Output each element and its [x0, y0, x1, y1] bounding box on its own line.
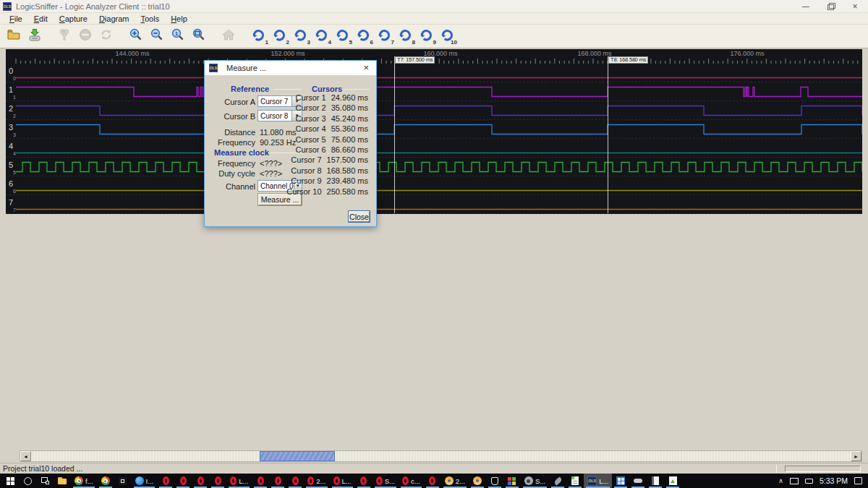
goto-cursor-5-button[interactable]: 5 — [333, 27, 352, 46]
settings-gear-icon — [524, 476, 533, 485]
taskbar-item-opera-18[interactable] — [355, 474, 373, 488]
channel-lanes[interactable]: 0011223344556677 — [6, 64, 862, 214]
channel-label[interactable]: 7 — [9, 198, 13, 207]
taskbar-item-task-view-2[interactable] — [36, 474, 54, 488]
taskbar-item-opera-9[interactable] — [174, 474, 192, 488]
taskbar-item-chrome-4[interactable]: f... — [71, 474, 97, 488]
scrollbar-track[interactable] — [31, 451, 851, 461]
taskbar-item-opera-13[interactable] — [252, 474, 269, 488]
channel-label[interactable]: 5 — [9, 160, 13, 169]
scroll-left-icon[interactable]: ◄ — [20, 451, 31, 461]
taskbar-item-windows-start-0[interactable] — [1, 474, 19, 488]
taskbar-item-opera-19[interactable]: S... — [373, 474, 399, 488]
taskbar-item-feather-27[interactable] — [549, 474, 566, 488]
taskbar-item-notepad-28[interactable] — [566, 474, 584, 488]
horizontal-scrollbar[interactable]: ◄ ► — [20, 450, 862, 462]
goto-cursor-1-button[interactable]: 1 — [249, 27, 268, 46]
taskbar-item-store-6[interactable] — [114, 474, 132, 488]
cursor-row: Cursor 455.360 ms — [295, 124, 368, 133]
taskbar-item-blue-grid-30[interactable] — [612, 474, 629, 488]
store-icon — [119, 477, 127, 485]
cursor-flag[interactable]: T7: 157.500 ms — [395, 56, 435, 64]
taskbar-item-settings-gear-26[interactable]: S... — [521, 474, 549, 488]
taskbar-item-opera-21[interactable] — [424, 474, 441, 488]
system-tray: ∧5:33 PM — [773, 474, 868, 488]
taskbar-item-cortana-circle-1[interactable] — [19, 474, 36, 488]
taskbar-item-green-upload-33[interactable] — [664, 474, 681, 488]
channel-label[interactable]: 2 — [9, 104, 13, 113]
minimize-icon[interactable] — [801, 3, 810, 10]
cursor-flag[interactable]: T8: 168.580 ms — [608, 56, 648, 64]
taskbar-item-label: f... — [85, 477, 93, 485]
menu-file[interactable]: File — [4, 14, 27, 24]
windows-taskbar: f...I...L...2...L...S...c...2...S...OLSL… — [0, 474, 868, 488]
goto-cursor-icon — [398, 27, 412, 45]
menu-capture[interactable]: Capture — [54, 14, 93, 24]
open-project-button[interactable] — [4, 27, 23, 46]
taskbar-item-pill-31[interactable] — [629, 474, 647, 488]
capture-button[interactable] — [25, 27, 44, 46]
taskbar-item-epic-outline-24[interactable] — [486, 474, 503, 488]
taskbar-item-label: I... — [146, 477, 154, 485]
zoom-out-button[interactable] — [148, 27, 166, 46]
opera-icon — [258, 476, 264, 485]
taskbar-item-opera-8[interactable] — [157, 474, 174, 488]
menu-tools[interactable]: Tools — [135, 14, 164, 24]
tray-chevron-icon[interactable]: ∧ — [778, 477, 783, 484]
taskbar-clock[interactable]: 5:33 PM — [820, 476, 848, 485]
cursor-marker-line[interactable] — [608, 56, 608, 213]
goto-cursor-3-button[interactable]: 3 — [291, 27, 310, 46]
taskbar-item-photos-grid-25[interactable] — [503, 474, 521, 488]
channel-label[interactable]: 3 — [9, 123, 13, 132]
waveform-viewport[interactable]: 144.000 ms152.000 ms160.000 ms168.000 ms… — [6, 49, 862, 450]
goto-cursor-icon — [377, 27, 391, 45]
taskbar-item-opera-12[interactable]: L... — [226, 474, 252, 488]
channel-label[interactable]: 0 — [9, 67, 13, 75]
cursor-marker-line[interactable] — [394, 56, 395, 213]
taskbar-item-opera-15[interactable] — [286, 474, 304, 488]
channel-label[interactable]: 6 — [9, 179, 13, 188]
goto-cursor-7-button[interactable]: 7 — [375, 27, 393, 46]
taskbar-item-chrome-5[interactable] — [97, 474, 114, 488]
opera-icon — [429, 476, 435, 485]
menu-edit[interactable]: Edit — [29, 14, 53, 24]
scroll-right-icon[interactable]: ► — [851, 451, 861, 461]
menu-diagram[interactable]: Diagram — [94, 14, 135, 24]
tray-pen-display-icon[interactable] — [790, 478, 799, 484]
goto-cursor-4-button[interactable]: 4 — [312, 27, 331, 46]
zoom-in-button[interactable] — [127, 27, 145, 46]
goto-cursor-6-button[interactable]: 6 — [354, 27, 373, 46]
zoom-fit-button[interactable] — [190, 27, 208, 46]
close-button[interactable]: Close — [349, 211, 370, 222]
goto-cursor-10-button[interactable]: 10 — [438, 27, 456, 46]
restore-icon[interactable] — [826, 3, 835, 10]
measure-dialog-titlebar[interactable]: OLS Measure ... × — [205, 61, 376, 75]
dialog-close-icon[interactable]: × — [360, 61, 372, 75]
scrollbar-thumb[interactable] — [260, 451, 335, 461]
goto-cursor-2-button[interactable]: 2 — [270, 27, 289, 46]
taskbar-item-ols-app-29[interactable]: OLSL... — [584, 474, 612, 488]
close-window-icon[interactable]: × — [851, 3, 859, 10]
notification-icon[interactable] — [854, 477, 862, 484]
taskbar-item-opera-10[interactable] — [192, 474, 209, 488]
folder-open-icon — [7, 27, 21, 45]
channel-label[interactable]: 4 — [9, 142, 13, 150]
taskbar-item-notebook-32[interactable] — [647, 474, 664, 488]
goto-cursor-8-button[interactable]: 8 — [396, 27, 414, 46]
tray-power-icon[interactable] — [805, 478, 813, 484]
taskbar-item-file-explorer-3[interactable] — [54, 474, 71, 488]
cursor-number-label: 7 — [391, 39, 394, 46]
taskbar-item-opera-16[interactable]: 2... — [304, 474, 329, 488]
channel-label[interactable]: 1 — [9, 85, 13, 94]
taskbar-item-opera-17[interactable]: L... — [330, 474, 355, 488]
zoom-original-button[interactable]: 1 — [169, 27, 187, 46]
taskbar-item-opera-14[interactable] — [269, 474, 286, 488]
menu-help[interactable]: Help — [166, 14, 192, 24]
goto-cursor-9-button[interactable]: 9 — [417, 27, 435, 46]
taskbar-item-firefox-23[interactable] — [469, 474, 486, 488]
notebook-icon — [652, 476, 659, 485]
taskbar-item-opera-11[interactable] — [209, 474, 226, 488]
taskbar-item-edge-7[interactable]: I... — [132, 474, 158, 488]
taskbar-item-firefox-22[interactable]: 2... — [441, 474, 469, 488]
taskbar-item-opera-20[interactable]: c... — [399, 474, 424, 488]
